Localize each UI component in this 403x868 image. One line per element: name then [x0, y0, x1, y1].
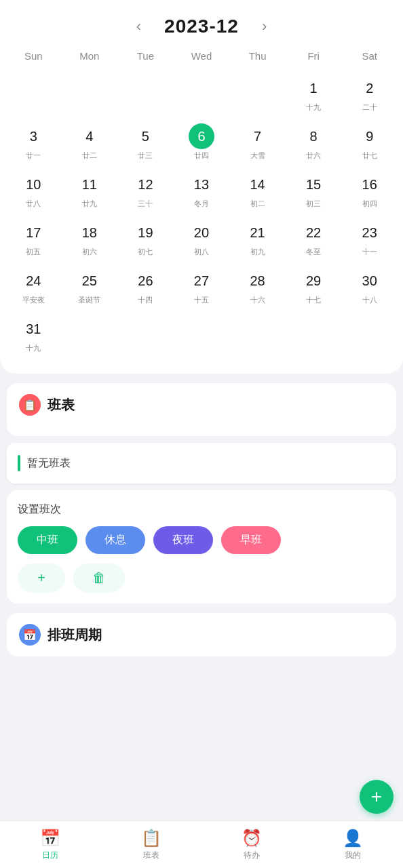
no-schedule-card: 暂无班表 — [7, 443, 396, 484]
add-shift-button[interactable]: + — [18, 564, 65, 593]
week-row-2: 10廿八11廿九12三十13冬月14初二15初三16初四 — [5, 165, 398, 213]
day-number: 13 — [189, 172, 214, 197]
shift-btn-xiuxi[interactable]: 休息 — [85, 526, 145, 554]
day-number: 11 — [77, 172, 102, 197]
day-subtitle: 十一 — [362, 247, 377, 257]
calendar-day[interactable]: 15初三 — [286, 165, 342, 213]
calendar-day[interactable]: 20初八 — [174, 213, 230, 261]
calendar-day[interactable]: 8廿六 — [286, 117, 342, 165]
calendar-day[interactable]: 22冬至 — [286, 213, 342, 261]
calendar-day[interactable]: 6廿四 — [174, 117, 230, 165]
day-number: 2 — [357, 75, 383, 101]
calendar-title: 2023-12 — [164, 16, 239, 37]
shift-btn-zao[interactable]: 早班 — [221, 526, 281, 554]
calendar-day[interactable]: 31十九 — [5, 309, 62, 357]
day-number — [245, 316, 271, 342]
calendar-day[interactable]: 4廿二 — [62, 117, 118, 165]
day-of-week-fri: Fri — [286, 47, 342, 64]
calendar-day[interactable]: 23十一 — [341, 213, 398, 261]
day-number: 15 — [301, 172, 326, 197]
day-subtitle: 十九 — [306, 102, 321, 113]
day-number: 12 — [132, 172, 158, 197]
calendar-day[interactable]: 19初七 — [117, 213, 174, 261]
day-of-week-sat: Sat — [341, 47, 398, 64]
day-subtitle: 十七 — [306, 295, 321, 305]
week-row-0: 1十九2二十 — [5, 68, 398, 117]
calendar-day[interactable]: 24平安夜 — [5, 261, 62, 309]
day-number: 20 — [189, 220, 214, 245]
week-row-1: 3廿一4廿二5廿三6廿四7大雪8廿六9廿七 — [5, 117, 398, 165]
calendar-day — [62, 309, 118, 357]
fab-plus-icon: + — [371, 786, 382, 808]
calendar-day[interactable]: 1十九 — [286, 68, 342, 117]
fab-button[interactable]: + — [360, 780, 394, 814]
shift-btn-zhong[interactable]: 中班 — [18, 526, 77, 554]
day-subtitle: 二十 — [362, 102, 377, 113]
day-number: 28 — [245, 268, 271, 294]
schedule-title: 班表 — [47, 396, 75, 414]
delete-shift-button[interactable]: 🗑 — [73, 564, 125, 593]
day-number: 30 — [357, 268, 383, 294]
calendar-day[interactable]: 28十六 — [229, 261, 286, 309]
calendar-day[interactable]: 27十五 — [174, 261, 230, 309]
day-number — [245, 75, 271, 101]
day-subtitle: 初八 — [194, 247, 209, 257]
day-number: 7 — [245, 123, 271, 149]
calendar-day[interactable]: 12三十 — [117, 165, 174, 213]
calendar-day[interactable]: 13冬月 — [174, 165, 230, 213]
calendar-day[interactable]: 26十四 — [117, 261, 174, 309]
no-schedule-text: 暂无班表 — [27, 456, 71, 471]
day-of-week-tue: Tue — [117, 47, 174, 64]
nav-item-待办[interactable]: ⏰待办 — [202, 825, 303, 865]
nav-icon-日历: 📅 — [40, 829, 60, 848]
schedule-icon: 📋 — [19, 394, 41, 416]
next-month-button[interactable]: › — [255, 15, 273, 38]
calendar-day[interactable]: 30十八 — [341, 261, 398, 309]
calendar-day[interactable]: 5廿三 — [117, 117, 174, 165]
nav-item-我的[interactable]: 👤我的 — [303, 825, 404, 865]
day-number — [189, 75, 214, 101]
calendar-day[interactable]: 3廿一 — [5, 117, 62, 165]
day-subtitle: 圣诞节 — [78, 295, 100, 305]
day-subtitle: 廿七 — [362, 151, 377, 161]
calendar-day[interactable]: 29十七 — [286, 261, 342, 309]
calendar-day[interactable]: 25圣诞节 — [62, 261, 118, 309]
day-subtitle: 三十 — [138, 199, 153, 209]
day-subtitle: 大雪 — [250, 151, 265, 161]
calendar-day[interactable]: 21初九 — [229, 213, 286, 261]
day-number: 22 — [301, 220, 326, 245]
calendar-grid: 1十九2二十3廿一4廿二5廿三6廿四7大雪8廿六9廿七10廿八11廿九12三十1… — [0, 68, 403, 357]
day-number — [132, 316, 158, 342]
week-row-5: 31十九 — [5, 309, 398, 357]
nav-item-日历[interactable]: 📅日历 — [0, 825, 101, 865]
calendar-day[interactable]: 11廿九 — [62, 165, 118, 213]
calendar-day[interactable]: 7大雪 — [229, 117, 286, 165]
nav-item-班表[interactable]: 📋班表 — [101, 825, 202, 865]
calendar-day[interactable]: 18初六 — [62, 213, 118, 261]
calendar-day — [174, 68, 230, 117]
paiban-section: 📅 排班周期 — [7, 613, 396, 656]
calendar-day[interactable]: 10廿八 — [5, 165, 62, 213]
day-of-week-mon: Mon — [62, 47, 118, 64]
calendar-day[interactable]: 14初二 — [229, 165, 286, 213]
day-number — [301, 316, 326, 342]
day-subtitle: 初六 — [82, 247, 97, 257]
day-subtitle: 冬至 — [306, 247, 321, 257]
prev-month-button[interactable]: ‹ — [130, 15, 148, 38]
day-number: 21 — [245, 220, 271, 245]
day-number: 17 — [20, 220, 46, 245]
day-subtitle: 平安夜 — [22, 295, 45, 305]
nav-label-日历: 日历 — [42, 850, 58, 861]
day-number: 25 — [77, 268, 102, 294]
no-schedule-bar — [18, 455, 20, 471]
calendar-day[interactable]: 17初五 — [5, 213, 62, 261]
calendar-day[interactable]: 16初四 — [341, 165, 398, 213]
calendar-day[interactable]: 2二十 — [341, 68, 398, 117]
day-of-week-row: SunMonTueWedThuFriSat — [0, 47, 403, 68]
nav-label-班表: 班表 — [143, 850, 159, 861]
calendar-day[interactable]: 9廿七 — [341, 117, 398, 165]
day-of-week-sun: Sun — [5, 47, 62, 64]
day-subtitle: 初七 — [138, 247, 153, 257]
shift-btn-ye[interactable]: 夜班 — [153, 526, 213, 554]
day-number: 1 — [301, 75, 326, 101]
